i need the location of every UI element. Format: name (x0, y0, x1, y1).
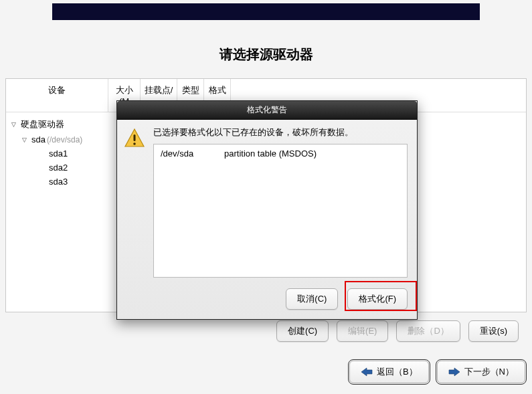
nav-bar: 返回（B） 下一步（N） (0, 361, 525, 383)
next-button[interactable]: 下一步（N） (437, 361, 525, 383)
dialog-title: 格式化警告 (117, 101, 417, 120)
tree-label: sda3 (49, 177, 68, 187)
column-device[interactable]: 设备 (6, 79, 108, 112)
svg-marker-0 (361, 368, 372, 376)
device-listbox[interactable]: /dev/sda partition table (MSDOS) (153, 144, 408, 278)
triangle-down-icon: ▽ (11, 121, 18, 128)
format-warning-dialog: 格式化警告 已选择要格式化以下已存在的设备，破坏所有数据。 /dev/sda p… (116, 100, 418, 320)
format-button[interactable]: 格式化(F) (347, 288, 408, 310)
tree-label: sda1 (49, 149, 68, 159)
svg-marker-1 (449, 368, 460, 376)
list-item[interactable]: /dev/sda partition table (MSDOS) (161, 149, 400, 159)
warning-icon (124, 128, 145, 149)
device-desc: partition table (MSDOS) (224, 149, 317, 159)
edit-button: 编辑(E) (337, 320, 388, 342)
create-button[interactable]: 创建(C) (276, 320, 329, 342)
svg-rect-3 (134, 134, 136, 141)
reset-button[interactable]: 重设(s) (468, 320, 519, 342)
action-bar: 创建(C) 编辑(E) 删除（D） 重设(s) (0, 320, 519, 342)
delete-button: 删除（D） (396, 320, 460, 342)
tree-label: sda2 (49, 163, 68, 173)
next-label: 下一步（N） (464, 366, 514, 378)
tree-path: (/dev/sda) (47, 135, 82, 144)
back-label: 返回（B） (377, 366, 418, 378)
page-title: 请选择源驱动器 (0, 45, 532, 64)
top-bar (52, 3, 480, 20)
device-path: /dev/sda (161, 149, 224, 159)
tree-label: 硬盘驱动器 (21, 118, 64, 130)
back-button[interactable]: 返回（B） (349, 361, 429, 383)
arrow-left-icon (361, 367, 373, 377)
cancel-button[interactable]: 取消(C) (286, 288, 338, 310)
svg-point-4 (133, 142, 136, 145)
triangle-down-icon: ▽ (22, 136, 29, 143)
tree-label: sda (31, 134, 46, 144)
arrow-right-icon (448, 367, 460, 377)
warning-message: 已选择要格式化以下已存在的设备，破坏所有数据。 (153, 126, 408, 138)
